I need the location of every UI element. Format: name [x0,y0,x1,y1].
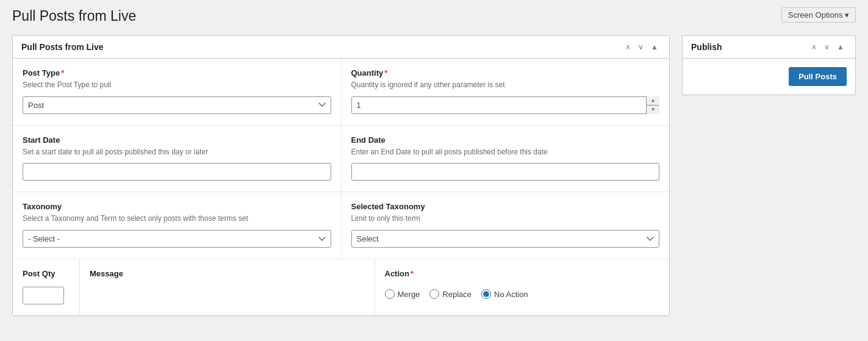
action-merge-label[interactable]: Merge [385,289,420,299]
quantity-decrement[interactable]: ▼ [647,106,659,114]
quantity-desc: Quantity is ignored if any other paramet… [351,80,660,90]
panel-body: Post Type* Select the Post Type to pull … [13,59,669,315]
publish-header: Publish ∧ ∨ ▲ [683,36,855,59]
main-layout: Pull Posts from Live ∧ ∨ ▲ Post Type* Se… [12,35,856,316]
selected-taxonomy-desc: Limit to only this term [351,214,660,224]
field-col-start-date: Start Date Set a start date to pull all … [13,126,342,192]
publish-ctrl-down[interactable]: ∨ [822,42,832,52]
quantity-input[interactable] [351,96,660,114]
panel-header: Pull Posts from Live ∧ ∨ ▲ [13,36,669,59]
taxonomy-label: Taxonomy [23,202,331,211]
start-date-desc: Set a start date to pull all posts publi… [23,147,331,157]
publish-panel: Publish ∧ ∨ ▲ Pull Posts [682,35,856,95]
publish-body: Pull Posts [683,59,855,95]
panel-ctrl-up[interactable]: ∧ [623,42,633,52]
panel-header-controls: ∧ ∨ ▲ [623,42,661,52]
panel-ctrl-down[interactable]: ∨ [636,42,646,52]
page-title-row: Pull Posts from Live Screen Options ▾ [12,7,856,26]
panel-header-title: Pull Posts from Live [21,42,104,52]
selected-taxonomy-select[interactable]: Select [351,230,660,248]
post-qty-input[interactable] [23,287,64,304]
field-col-post-qty: Post Qty [13,259,80,315]
panel-ctrl-collapse[interactable]: ▲ [648,42,661,52]
start-date-input[interactable] [23,163,331,181]
field-row-taxonomy: Taxonomy Select a Taxonomy and Term to s… [13,192,669,259]
pull-posts-button[interactable]: Pull Posts [789,67,847,86]
field-col-selected-taxonomy: Selected Taxonomy Limit to only this ter… [342,192,670,259]
field-row-dates: Start Date Set a start date to pull all … [13,126,669,193]
action-merge-radio[interactable] [385,289,395,299]
field-col-taxonomy: Taxonomy Select a Taxonomy and Term to s… [13,192,342,259]
end-date-label: End Date [351,135,660,145]
quantity-increment[interactable]: ▲ [647,96,659,106]
field-col-message: Message [80,259,375,315]
field-row-post-type-quantity: Post Type* Select the Post Type to pull … [13,59,669,126]
publish-ctrl-collapse[interactable]: ▲ [834,42,847,52]
message-label: Message [90,269,365,278]
post-type-label: Post Type* [23,68,331,77]
quantity-spinners: ▲ ▼ [646,96,659,114]
action-radio-group: Merge Replace No Action [385,289,660,299]
action-replace-label[interactable]: Replace [429,289,472,299]
post-qty-label: Post Qty [23,269,70,278]
page-title: Pull Posts from Live [12,7,136,26]
field-row-last: Post Qty Message Action* [13,259,669,315]
field-col-post-type: Post Type* Select the Post Type to pull … [13,59,342,125]
field-col-end-date: End Date Enter an End Date to pull all p… [342,126,670,192]
end-date-input[interactable] [351,163,660,181]
action-label: Action* [385,269,660,278]
start-date-label: Start Date [23,135,331,145]
post-type-desc: Select the Post Type to pull [23,80,331,90]
action-no-action-label[interactable]: No Action [481,289,528,299]
quantity-label: Quantity* [351,68,660,77]
field-col-quantity: Quantity* Quantity is ignored if any oth… [342,59,670,125]
taxonomy-desc: Select a Taxonomy and Term to select onl… [23,214,331,224]
screen-options-button[interactable]: Screen Options ▾ [781,7,856,23]
publish-title: Publish [691,42,722,52]
main-panel: Pull Posts from Live ∧ ∨ ▲ Post Type* Se… [12,35,670,316]
post-type-select[interactable]: Post Page Custom Post Type [23,96,331,114]
action-no-action-radio[interactable] [481,289,491,299]
publish-header-controls: ∧ ∨ ▲ [809,42,847,52]
selected-taxonomy-label: Selected Taxonomy [351,202,660,211]
quantity-wrapper: ▲ ▼ [351,96,660,114]
field-col-action: Action* Merge Replace [375,259,670,315]
taxonomy-select[interactable]: - Select - [23,230,331,248]
publish-ctrl-up[interactable]: ∧ [809,42,819,52]
action-replace-radio[interactable] [429,289,439,299]
end-date-desc: Enter an End Date to pull all posts publ… [351,147,660,157]
